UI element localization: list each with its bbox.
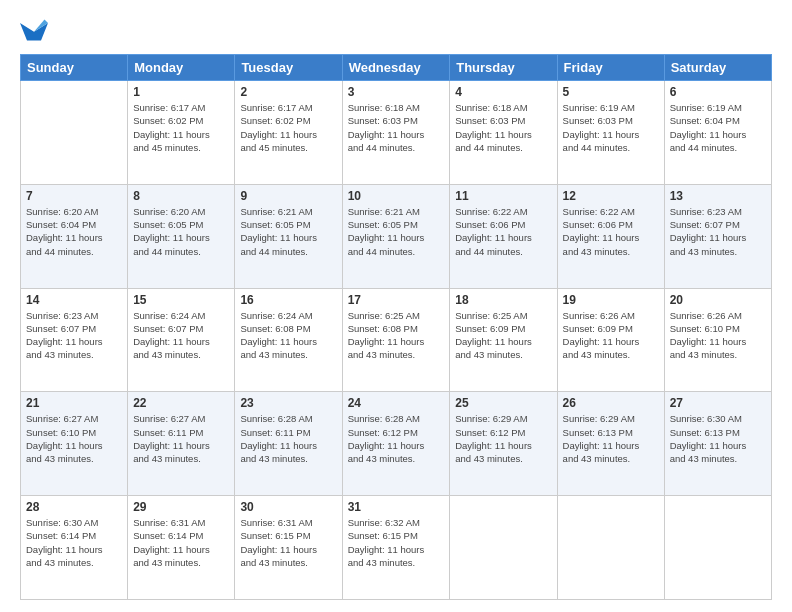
calendar-cell: 29Sunrise: 6:31 AMSunset: 6:14 PMDayligh… <box>128 496 235 600</box>
day-info: Sunrise: 6:25 AMSunset: 6:09 PMDaylight:… <box>455 309 551 362</box>
day-info: Sunrise: 6:28 AMSunset: 6:12 PMDaylight:… <box>348 412 445 465</box>
calendar-cell: 24Sunrise: 6:28 AMSunset: 6:12 PMDayligh… <box>342 392 450 496</box>
day-number: 4 <box>455 85 551 99</box>
day-info: Sunrise: 6:24 AMSunset: 6:07 PMDaylight:… <box>133 309 229 362</box>
calendar-cell: 11Sunrise: 6:22 AMSunset: 6:06 PMDayligh… <box>450 184 557 288</box>
day-number: 17 <box>348 293 445 307</box>
calendar-cell <box>450 496 557 600</box>
calendar-cell: 5Sunrise: 6:19 AMSunset: 6:03 PMDaylight… <box>557 81 664 185</box>
day-info: Sunrise: 6:30 AMSunset: 6:13 PMDaylight:… <box>670 412 766 465</box>
calendar-cell: 4Sunrise: 6:18 AMSunset: 6:03 PMDaylight… <box>450 81 557 185</box>
day-info: Sunrise: 6:21 AMSunset: 6:05 PMDaylight:… <box>240 205 336 258</box>
day-info: Sunrise: 6:29 AMSunset: 6:13 PMDaylight:… <box>563 412 659 465</box>
calendar-cell: 17Sunrise: 6:25 AMSunset: 6:08 PMDayligh… <box>342 288 450 392</box>
day-info: Sunrise: 6:31 AMSunset: 6:15 PMDaylight:… <box>240 516 336 569</box>
day-number: 9 <box>240 189 336 203</box>
calendar-cell: 7Sunrise: 6:20 AMSunset: 6:04 PMDaylight… <box>21 184 128 288</box>
day-header-friday: Friday <box>557 55 664 81</box>
calendar-cell: 6Sunrise: 6:19 AMSunset: 6:04 PMDaylight… <box>664 81 771 185</box>
day-number: 13 <box>670 189 766 203</box>
calendar-cell: 10Sunrise: 6:21 AMSunset: 6:05 PMDayligh… <box>342 184 450 288</box>
day-number: 29 <box>133 500 229 514</box>
day-header-thursday: Thursday <box>450 55 557 81</box>
day-info: Sunrise: 6:22 AMSunset: 6:06 PMDaylight:… <box>563 205 659 258</box>
day-info: Sunrise: 6:25 AMSunset: 6:08 PMDaylight:… <box>348 309 445 362</box>
calendar-week-row: 28Sunrise: 6:30 AMSunset: 6:14 PMDayligh… <box>21 496 772 600</box>
calendar-table: SundayMondayTuesdayWednesdayThursdayFrid… <box>20 54 772 600</box>
calendar-cell: 18Sunrise: 6:25 AMSunset: 6:09 PMDayligh… <box>450 288 557 392</box>
day-info: Sunrise: 6:27 AMSunset: 6:11 PMDaylight:… <box>133 412 229 465</box>
day-info: Sunrise: 6:18 AMSunset: 6:03 PMDaylight:… <box>455 101 551 154</box>
day-number: 6 <box>670 85 766 99</box>
day-info: Sunrise: 6:29 AMSunset: 6:12 PMDaylight:… <box>455 412 551 465</box>
calendar-cell: 14Sunrise: 6:23 AMSunset: 6:07 PMDayligh… <box>21 288 128 392</box>
calendar-cell: 8Sunrise: 6:20 AMSunset: 6:05 PMDaylight… <box>128 184 235 288</box>
day-number: 27 <box>670 396 766 410</box>
day-number: 18 <box>455 293 551 307</box>
day-number: 7 <box>26 189 122 203</box>
day-number: 24 <box>348 396 445 410</box>
calendar-cell: 27Sunrise: 6:30 AMSunset: 6:13 PMDayligh… <box>664 392 771 496</box>
day-info: Sunrise: 6:26 AMSunset: 6:09 PMDaylight:… <box>563 309 659 362</box>
day-info: Sunrise: 6:17 AMSunset: 6:02 PMDaylight:… <box>240 101 336 154</box>
calendar-cell: 2Sunrise: 6:17 AMSunset: 6:02 PMDaylight… <box>235 81 342 185</box>
calendar-cell: 25Sunrise: 6:29 AMSunset: 6:12 PMDayligh… <box>450 392 557 496</box>
calendar-cell: 21Sunrise: 6:27 AMSunset: 6:10 PMDayligh… <box>21 392 128 496</box>
day-info: Sunrise: 6:26 AMSunset: 6:10 PMDaylight:… <box>670 309 766 362</box>
logo-icon <box>20 16 48 44</box>
calendar-week-row: 14Sunrise: 6:23 AMSunset: 6:07 PMDayligh… <box>21 288 772 392</box>
day-info: Sunrise: 6:20 AMSunset: 6:04 PMDaylight:… <box>26 205 122 258</box>
logo <box>20 16 50 44</box>
day-header-wednesday: Wednesday <box>342 55 450 81</box>
day-number: 21 <box>26 396 122 410</box>
calendar-cell: 30Sunrise: 6:31 AMSunset: 6:15 PMDayligh… <box>235 496 342 600</box>
day-number: 15 <box>133 293 229 307</box>
calendar-cell: 13Sunrise: 6:23 AMSunset: 6:07 PMDayligh… <box>664 184 771 288</box>
day-number: 19 <box>563 293 659 307</box>
calendar-week-row: 1Sunrise: 6:17 AMSunset: 6:02 PMDaylight… <box>21 81 772 185</box>
day-info: Sunrise: 6:20 AMSunset: 6:05 PMDaylight:… <box>133 205 229 258</box>
day-info: Sunrise: 6:23 AMSunset: 6:07 PMDaylight:… <box>670 205 766 258</box>
day-info: Sunrise: 6:24 AMSunset: 6:08 PMDaylight:… <box>240 309 336 362</box>
day-number: 23 <box>240 396 336 410</box>
day-number: 26 <box>563 396 659 410</box>
day-number: 20 <box>670 293 766 307</box>
day-info: Sunrise: 6:22 AMSunset: 6:06 PMDaylight:… <box>455 205 551 258</box>
calendar-week-row: 21Sunrise: 6:27 AMSunset: 6:10 PMDayligh… <box>21 392 772 496</box>
calendar-cell <box>21 81 128 185</box>
day-info: Sunrise: 6:19 AMSunset: 6:03 PMDaylight:… <box>563 101 659 154</box>
day-info: Sunrise: 6:28 AMSunset: 6:11 PMDaylight:… <box>240 412 336 465</box>
calendar-cell: 23Sunrise: 6:28 AMSunset: 6:11 PMDayligh… <box>235 392 342 496</box>
day-number: 31 <box>348 500 445 514</box>
day-number: 22 <box>133 396 229 410</box>
day-number: 2 <box>240 85 336 99</box>
day-number: 8 <box>133 189 229 203</box>
day-number: 30 <box>240 500 336 514</box>
calendar-cell: 20Sunrise: 6:26 AMSunset: 6:10 PMDayligh… <box>664 288 771 392</box>
calendar-cell: 26Sunrise: 6:29 AMSunset: 6:13 PMDayligh… <box>557 392 664 496</box>
header <box>20 16 772 44</box>
calendar-cell: 31Sunrise: 6:32 AMSunset: 6:15 PMDayligh… <box>342 496 450 600</box>
calendar-cell: 22Sunrise: 6:27 AMSunset: 6:11 PMDayligh… <box>128 392 235 496</box>
day-info: Sunrise: 6:19 AMSunset: 6:04 PMDaylight:… <box>670 101 766 154</box>
day-number: 12 <box>563 189 659 203</box>
day-number: 3 <box>348 85 445 99</box>
day-info: Sunrise: 6:30 AMSunset: 6:14 PMDaylight:… <box>26 516 122 569</box>
day-number: 16 <box>240 293 336 307</box>
calendar-cell: 16Sunrise: 6:24 AMSunset: 6:08 PMDayligh… <box>235 288 342 392</box>
day-info: Sunrise: 6:17 AMSunset: 6:02 PMDaylight:… <box>133 101 229 154</box>
calendar-header-row: SundayMondayTuesdayWednesdayThursdayFrid… <box>21 55 772 81</box>
day-info: Sunrise: 6:23 AMSunset: 6:07 PMDaylight:… <box>26 309 122 362</box>
day-header-sunday: Sunday <box>21 55 128 81</box>
calendar-cell <box>664 496 771 600</box>
day-number: 10 <box>348 189 445 203</box>
day-number: 5 <box>563 85 659 99</box>
calendar-week-row: 7Sunrise: 6:20 AMSunset: 6:04 PMDaylight… <box>21 184 772 288</box>
day-info: Sunrise: 6:32 AMSunset: 6:15 PMDaylight:… <box>348 516 445 569</box>
day-number: 14 <box>26 293 122 307</box>
day-info: Sunrise: 6:27 AMSunset: 6:10 PMDaylight:… <box>26 412 122 465</box>
calendar-cell: 3Sunrise: 6:18 AMSunset: 6:03 PMDaylight… <box>342 81 450 185</box>
day-header-tuesday: Tuesday <box>235 55 342 81</box>
day-header-saturday: Saturday <box>664 55 771 81</box>
day-number: 28 <box>26 500 122 514</box>
